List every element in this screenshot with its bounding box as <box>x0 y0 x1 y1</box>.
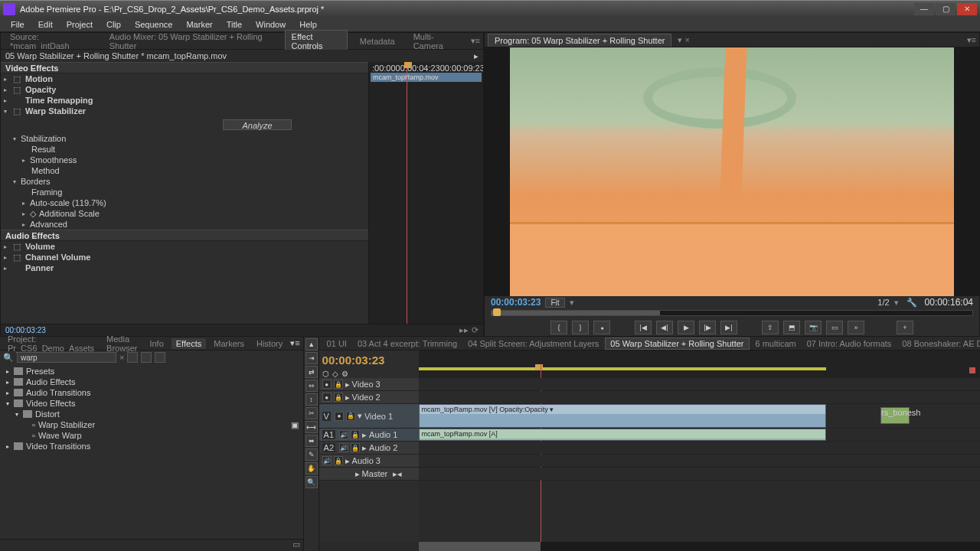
fx-icon[interactable]: ⬚ <box>13 253 24 262</box>
track-a1-label[interactable]: Audio 1 <box>369 430 397 439</box>
tab-history[interactable]: History <box>252 338 287 349</box>
tab-effects[interactable]: Effects <box>172 338 206 349</box>
tree-presets[interactable]: Presets <box>26 367 54 376</box>
fx-icon[interactable]: ⬚ <box>13 85 24 94</box>
timeline-playhead-head[interactable] <box>535 364 543 370</box>
tab-effect-controls[interactable]: Effect Controls <box>285 30 348 52</box>
track-expand[interactable]: ▸ <box>362 443 367 453</box>
chevron-right-icon[interactable]: ▸ <box>474 51 479 61</box>
track-a2-content[interactable] <box>419 442 980 454</box>
selection-tool[interactable]: ▲ <box>305 338 318 350</box>
safe-margins-button[interactable]: ▭ <box>826 321 843 334</box>
toggle-advanced[interactable]: ▸ <box>22 221 30 228</box>
timeline-timecode[interactable]: 00:00:03:23 <box>322 354 416 367</box>
program-video-view[interactable] <box>485 47 979 296</box>
scrub-playhead[interactable] <box>493 308 501 316</box>
loop-icon[interactable]: ⟳ <box>472 325 479 335</box>
snap-icon[interactable]: ⬡ <box>322 370 329 378</box>
slide-tool[interactable]: ⬌ <box>305 435 318 447</box>
sequence-tab-7[interactable]: 08 Boneshaker: AE DynLink 3D Tracking + … <box>897 338 980 349</box>
tab-multi-camera[interactable]: Multi-Camera <box>407 31 465 52</box>
razor-tool[interactable]: ✂ <box>305 407 318 419</box>
tab-source[interactable]: Source: *mcam_intDash <box>4 31 97 52</box>
fx-icon[interactable]: ⬚ <box>13 74 24 83</box>
toggle-warp[interactable]: ▾ <box>4 108 11 115</box>
fit-dropdown[interactable]: Fit <box>545 298 564 308</box>
track-toggle[interactable]: 🔊 <box>339 443 348 452</box>
pen-tool[interactable]: ✎ <box>305 448 318 461</box>
zoom-out-icon[interactable]: ▸▸ <box>459 325 469 335</box>
track-lock[interactable]: 🔒 <box>351 443 360 452</box>
slip-tool[interactable]: ⟷ <box>305 421 318 433</box>
step-back-button[interactable]: ◀| <box>656 321 673 334</box>
clear-search-icon[interactable]: × <box>119 353 124 362</box>
track-v1-content[interactable]: mcam_topRamp.mov [V] Opacity:Opacity ▾rs… <box>419 404 980 428</box>
tab-metadata[interactable]: Metadata <box>354 35 401 47</box>
sequence-tab-1[interactable]: 01 UI <box>322 338 351 349</box>
track-lock[interactable]: 🔒 <box>351 430 360 439</box>
tree-distort[interactable]: Distort <box>35 409 60 419</box>
fx-icon[interactable]: ⬚ <box>13 106 24 116</box>
extract-button[interactable]: ⬒ <box>783 321 800 334</box>
sequence-tab-2[interactable]: 03 Act 4 excerpt: Trimming <box>353 338 462 349</box>
track-toggle[interactable]: ● <box>322 393 332 402</box>
more-button[interactable]: » <box>848 321 864 334</box>
track-target-a2[interactable]: A2 <box>322 443 335 452</box>
end-marker[interactable] <box>969 367 975 373</box>
track-select-tool[interactable]: ⇥ <box>305 352 318 364</box>
go-to-out-button[interactable]: ▶| <box>720 321 737 334</box>
settings-icon[interactable]: ⚙ <box>341 370 348 378</box>
toggle-motion[interactable]: ▸ <box>4 76 11 83</box>
toggle-volume[interactable]: ▸ <box>4 243 11 250</box>
hand-tool[interactable]: ✋ <box>305 462 318 474</box>
wrench-icon[interactable]: 🔧 <box>906 298 917 308</box>
track-expand[interactable]: ▾ <box>358 411 362 421</box>
track-lock[interactable]: 🔒 <box>334 456 343 465</box>
track-v3-label[interactable]: Video 3 <box>352 380 381 389</box>
tree-video-transitions[interactable]: Video Transitions <box>26 442 90 451</box>
track-toggle[interactable]: ● <box>322 380 332 389</box>
filter-icon-2[interactable] <box>141 352 152 363</box>
tab-info[interactable]: Info <box>145 338 168 349</box>
maximize-button[interactable]: ▢ <box>936 3 956 15</box>
program-timecode-left[interactable]: 00:00:03:23 <box>491 297 541 308</box>
tree-wave-warp[interactable]: Wave Warp <box>38 431 82 440</box>
play-button[interactable]: ▶ <box>678 321 694 334</box>
track-lock[interactable]: 🔒 <box>346 412 355 421</box>
timeline-ruler[interactable] <box>419 350 980 378</box>
toggle-channel-vol[interactable]: ▸ <box>4 254 11 261</box>
toggle-time-remap[interactable]: ▸ <box>4 97 11 104</box>
keyframe-icon[interactable]: ◇ <box>30 209 39 219</box>
work-area-bar[interactable] <box>419 367 826 370</box>
sequence-tab-4[interactable]: 05 Warp Stabilizer + Rolling Shutter <box>605 337 749 350</box>
filter-icon-3[interactable] <box>155 352 165 363</box>
clip-a1[interactable]: mcam_topRamp.mov [A] <box>419 429 826 441</box>
fx-icon[interactable]: ⬚ <box>13 242 24 251</box>
toggle-smoothness[interactable]: ▸ <box>22 157 30 164</box>
panel-menu-icon[interactable]: ▾≡ <box>471 36 480 46</box>
panel-menu-icon[interactable]: ▾≡ <box>290 338 299 348</box>
track-v2-label[interactable]: Video 2 <box>352 393 381 402</box>
toggle-autoscale[interactable]: ▸ <box>22 200 30 207</box>
track-v2-content[interactable] <box>419 391 980 403</box>
menu-help[interactable]: Help <box>293 18 323 31</box>
effect-playhead-head[interactable] <box>404 62 412 68</box>
toggle-opacity[interactable]: ▸ <box>4 86 11 93</box>
toggle-panner[interactable]: ▸ <box>4 265 11 272</box>
track-expand[interactable]: ▸ <box>345 393 350 403</box>
rolling-edit-tool[interactable]: ⇔ <box>305 380 318 392</box>
new-bin-icon[interactable]: ▭ <box>292 540 300 551</box>
tree-audio-transitions[interactable]: Audio Transitions <box>26 388 90 397</box>
sequence-tab-5[interactable]: 6 multicam <box>751 338 801 349</box>
menu-edit[interactable]: Edit <box>32 18 59 31</box>
tab-audio-mixer[interactable]: Audio Mixer: 05 Warp Stabilizer + Rollin… <box>103 31 279 52</box>
toggle-borders[interactable]: ▾ <box>13 178 21 185</box>
filter-icon-1[interactable] <box>127 352 138 363</box>
track-lock[interactable]: 🔒 <box>334 393 343 402</box>
add-button[interactable]: + <box>897 321 913 334</box>
track-expand[interactable]: ▸ <box>362 430 367 440</box>
track-toggle[interactable]: 🔊 <box>339 430 348 439</box>
menu-title[interactable]: Title <box>220 18 248 31</box>
track-target-a1[interactable]: A1 <box>322 430 335 439</box>
track-v3-content[interactable] <box>419 378 980 390</box>
